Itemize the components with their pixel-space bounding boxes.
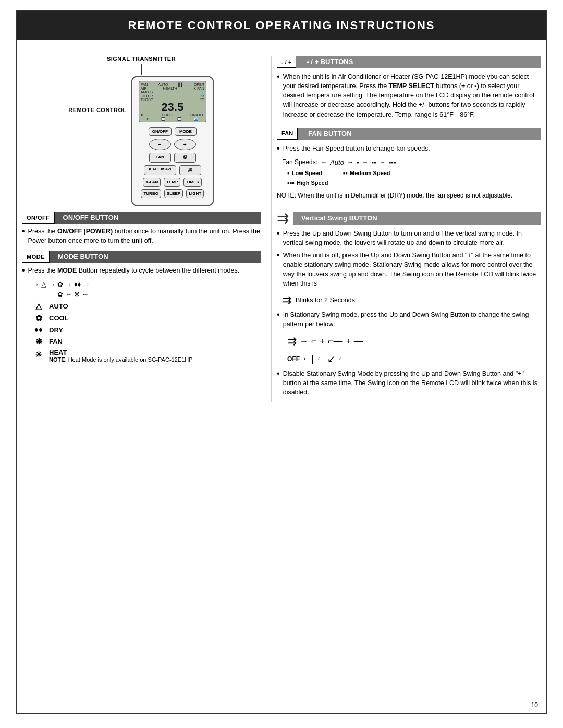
remote-mode-btn[interactable]: MODE [175,127,197,136]
temp-select-bold: TEMP SELECT [389,82,434,90]
remote-light-btn[interactable]: LIGHT [186,189,204,198]
fan-return-icon: ❋ [74,290,80,298]
bullet-dot-swing3: • [277,311,280,329]
low-bar-icon: ▪ [287,169,290,177]
onoff-bullet-text: Press the ON/OFF (POWER) button once to … [28,227,261,245]
remote-timer-btn[interactable]: TIMER [183,178,202,187]
arrow-right-1: → [32,280,39,288]
fan-bullet-1: • Press the Fan Speed button to change f… [277,144,541,153]
mode-title: MODE BUTTON [50,251,261,263]
minus-plus-label: - / + [277,56,296,68]
mode-fan: ❋ FAN [32,337,261,347]
swing-p4: — [354,336,363,347]
arrow-left-2: ← [82,290,89,298]
fan-bullets: • Press the Fan Speed button to change f… [277,144,541,153]
remote-fan-btn[interactable]: FAN [149,153,171,163]
remote-plus-btn[interactable]: + [174,139,196,150]
page-header: REMOTE CONTROL OPERATING INSTRUCTIONS [17,11,546,40]
lcd-icon2: 🔲 [161,117,166,121]
minus-plus-title: - / + BUTTONS [296,56,541,68]
lcd-auto-label: AUTO [158,83,168,87]
remote-onoff-btn[interactable]: ON/OFF [149,127,172,136]
low-speed-label-group: ▪ Low Speed [287,169,322,177]
lcd-third-row: AMOTY 💧 [141,90,204,94]
remote-b2-btn[interactable]: 黒 [179,165,201,175]
lcd-hour: HOUR [162,113,173,117]
onoff-bold: ON/OFF (POWER) [57,228,113,235]
remote-btn-row-2: − + [137,139,208,150]
onoff-bullets: • Press the ON/OFF (POWER) button once t… [22,227,261,245]
lcd-second-row: AIR HEALTH X-FAN [141,87,204,90]
minus-plus-text: When the unit is in Air Conditioner or H… [283,72,541,119]
remote-diagram-area: SIGNAL TRANSMITTER REMOTE CONTROL FAN AU… [22,56,261,206]
mode-bullet-1: • Press the MODE Button repeatedly to cy… [22,266,261,275]
lcd-snowflake: ❄ [141,113,144,117]
swing-plus1: + [320,337,325,346]
swing-pattern-diagram: ⇉ → ⌐ + ⌐— + — [287,335,531,348]
remote-control-label: REMOTE CONTROL [68,107,127,113]
blink-swing-icon: ⇉ [282,293,291,307]
medium-bar-icon: ▪▪ [343,169,348,177]
lcd-icon1: ⊙ [146,117,150,121]
onoff-section-header: ON/OFF ON/OFF BUTTON [22,212,261,224]
bullet-dot-mode: • [22,266,25,275]
mode-label: MODE [22,251,50,263]
high-speed-label-group: ▪▪▪ High Speed [287,179,541,187]
high-speed-text: High Speed [297,180,328,186]
lcd-icon4: 🌊 [194,117,199,121]
remote-btn-row-6: TURBO SLEEP LIGHT [137,189,208,198]
arrow-3: → [65,280,72,288]
arrow-4: → [83,280,90,288]
fan-icon: ❋ [32,337,45,347]
fan-speeds-row: Fan Speeds: → Auto → ▪ → ▪▪ → ▪▪▪ [282,158,541,166]
lcd-bottom-row: ❄ HOUR ON/OFF [141,113,204,117]
medium-speed-icon: ▪▪ [371,158,376,166]
swing-bullet-3-text: In Stationary Swing mode, press the Up a… [283,310,541,329]
right-column: - / + - / + BUTTONS • When the unit is i… [271,56,541,402]
remote-body: FAN AUTO ▌▌ OPER AIR HEALTH X-FAN [131,76,214,206]
main-content: SIGNAL TRANSMITTER REMOTE CONTROL FAN AU… [17,56,546,402]
fan-section-title: FAN BUTTON [298,128,541,140]
remote-healthsave-btn[interactable]: HEALTH/SAVE [144,165,176,175]
lcd-signal-icon: ▌▌ [178,83,183,87]
mode-bold: MODE [57,267,77,274]
remote-turbo-btn[interactable]: TURBO [141,189,161,198]
fan-note: NOTE: When the unit is in Dehumidifier (… [277,191,541,200]
onoff-title: ON/OFF BUTTON [55,212,261,224]
mode-bullets: • Press the MODE Button repeatedly to cy… [22,266,261,275]
speed-labels-row: ▪ Low Speed ▪▪ Medium Speed [287,169,541,177]
mode-heat: ☀ HEAT NOTE: Heat Mode is only available… [32,349,261,363]
auto-label: AUTO [49,302,68,310]
bullet-dot-swing1: • [277,229,280,248]
auto-icon-diag: △ [41,280,46,288]
lcd-oper-label: OPER [194,83,204,87]
lcd-fourth-row: FILTER % [141,94,204,98]
remote-btn-row-1: ON/OFF MODE [137,127,208,136]
remote-minus-btn[interactable]: − [149,139,171,150]
lcd-turbo: TURBO [141,98,154,102]
heat-note: NOTE: Heat Mode is only available on SG-… [49,356,193,363]
remote-temp-btn[interactable]: TEMP [164,178,180,187]
remote-btn-row-3: FAN 燊 [137,153,208,163]
lcd-health-label: HEALTH [163,87,177,90]
heat-label: HEAT NOTE: Heat Mode is only available o… [49,349,193,363]
swing-off-icon2: ↙ [327,353,335,365]
mode-cool: ✿ COOL [32,313,261,323]
lcd-air-label: AIR [141,87,147,90]
cool-icon: ✿ [32,313,45,323]
blink-label-row: ⇉ Blinks for 2 Seconds [282,293,541,307]
minus-plus-bullets: • When the unit is in Air Conditioner or… [277,72,541,119]
dry-label: DRY [49,326,63,334]
vertical-swing-bullets: • Press the Up and Down Swing Button to … [277,229,541,289]
signal-transmitter-label: SIGNAL TRANSMITTER [107,56,176,62]
swing-bullet3-section: • In Stationary Swing mode, press the Up… [277,310,541,329]
remote-sleep-btn[interactable]: SLEEP [164,189,183,198]
blink-text: Blinks for 2 Seconds [296,297,355,304]
swing-icon-header: ⇉ [277,209,289,227]
mode-diagram: → △ → ✿ → ♦♦ → ✿ ← ❋ ← △ AUTO [32,280,261,363]
page-number: 10 [531,701,538,709]
lcd-onoff: ON/OFF [190,113,204,117]
remote-fan2-btn[interactable]: 燊 [174,153,196,163]
remote-xfan-btn[interactable]: X-FAN [143,178,161,187]
cool-return-icon: ✿ [57,290,63,298]
